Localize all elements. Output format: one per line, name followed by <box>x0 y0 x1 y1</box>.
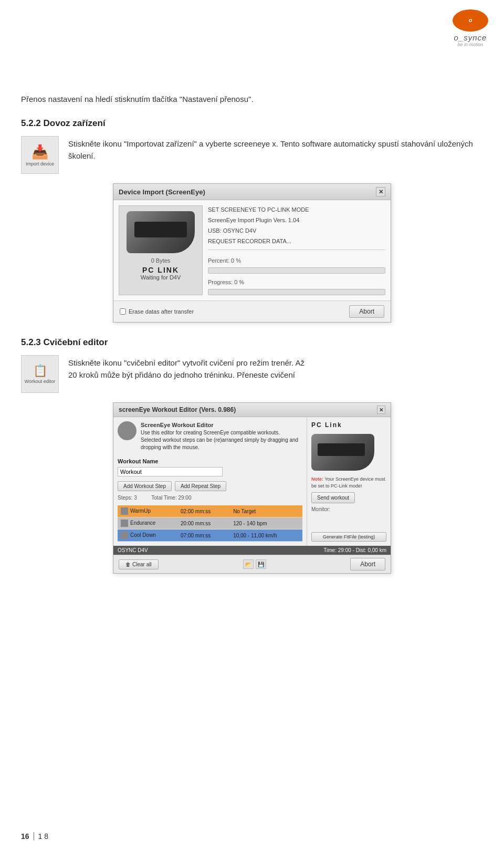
workout-editor-header-icon <box>118 421 136 440</box>
page-content: Přenos nastavení na hledí stisknutím tla… <box>0 53 504 589</box>
workout-left-panel: ScreenEye Workout Editor Use this editor… <box>113 417 307 546</box>
workout-header-info: ScreenEye Workout Editor Use this editor… <box>118 421 302 451</box>
percent-progress-bar <box>208 267 385 274</box>
header: o o_synce be in motion <box>0 0 504 53</box>
endurance-icon <box>121 520 128 527</box>
erase-checkbox-label[interactable]: Erase datas after transfer <box>120 308 194 315</box>
logo-brand: o_synce <box>454 33 487 42</box>
workout-btn-row: Add Workout Step Add Repeat Step <box>118 481 302 491</box>
workout-bottom-bar: OSYNC D4V Time: 29:00 - Dist: 0,00 km <box>113 546 391 555</box>
warmup-icon <box>121 507 128 515</box>
pclink-device-image <box>311 434 374 471</box>
info-line-2: USB: OSYNC D4V <box>208 226 385 235</box>
add-workout-step-button[interactable]: Add Workout Step <box>118 481 172 491</box>
monitor-label: Monitor: <box>311 506 386 512</box>
cooldown-icon <box>121 532 128 539</box>
pc-link-title: PC Link <box>311 421 386 429</box>
steps-info: Steps: 3 Total Time: 29:00 <box>118 495 302 501</box>
dialog-left-panel: 0 Bytes PC LINK Waiting for D4V <box>119 205 203 295</box>
section-523-text: Stiskněte ikonu "cvičební editor" vytvoř… <box>68 355 304 381</box>
info-line-3: REQUEST RECORDER DATA... <box>208 237 385 245</box>
table-row: Cool Down 07:00 mm:ss 10,00 - 11,00 km/h <box>118 530 302 542</box>
info-line-1: ScreenEye Import Plugin Vers. 1.04 <box>208 216 385 224</box>
logo-ellipse: o <box>453 9 488 32</box>
workout-editor-dialog: screenEye Workout Editor (Vers. 0.986) ✕… <box>113 402 391 574</box>
logo-area: o o_synce be in motion <box>453 9 488 47</box>
step-icon-cell: Cool Down <box>118 530 177 542</box>
workout-name-label: Workout Name <box>118 458 302 464</box>
workout-name-input[interactable] <box>118 467 223 476</box>
logo-sub: be in motion <box>457 42 483 47</box>
info-line-0: SET SCREENEYE TO PC-LINK MODE <box>208 205 385 214</box>
add-repeat-step-button[interactable]: Add Repeat Step <box>175 481 226 491</box>
workout-header-text: ScreenEye Workout Editor Use this editor… <box>141 421 302 451</box>
import-device-label: Import device <box>26 161 54 167</box>
section-522-row: 📥 Import device Stiskněte ikonu "Importo… <box>21 136 483 174</box>
workout-titlebar: screenEye Workout Editor (Vers. 0.986) ✕ <box>113 403 391 417</box>
workout-close-button[interactable]: ✕ <box>377 406 385 414</box>
logo-icon-text: o <box>469 17 472 24</box>
generate-fitfile-button[interactable]: Generate FitFile (testing) <box>311 532 386 542</box>
device-visor <box>134 222 187 237</box>
workout-editor-label: Workout editor <box>25 379 55 384</box>
progress-label: Progress: 0 % <box>208 279 385 285</box>
intro-text: Přenos nastavení na hledí stisknutím tla… <box>21 95 483 103</box>
clear-all-button[interactable]: 🗑 Clear all <box>119 559 159 569</box>
send-workout-button[interactable]: Send workout <box>311 492 355 503</box>
dialog-right-panel: SET SCREENEYE TO PC-LINK MODE ScreenEye … <box>208 205 385 295</box>
progress-bar <box>208 289 385 295</box>
section-523-heading: 5.2.3 Cvičební editor <box>21 337 483 348</box>
footer-icons: 📂 💾 <box>243 559 266 569</box>
workout-editor-icon: 📋 Workout editor <box>21 355 59 393</box>
step-icon-cell: Endurance <box>118 517 177 530</box>
dialog-title: Device Import (ScreenEye) <box>119 188 205 196</box>
device-mode-sub: Waiting for D4V <box>141 274 181 281</box>
dialog-footer: Erase datas after transfer Abort <box>113 300 391 322</box>
abort-button[interactable]: Abort <box>349 305 384 318</box>
workout-steps-table: WarmUp 02:00 mm:ss No Target Endurance 2… <box>118 505 302 542</box>
footer-icon-2[interactable]: 💾 <box>256 559 266 569</box>
device-image <box>127 211 195 253</box>
step-icon-cell: WarmUp <box>118 505 177 517</box>
percent-label: Percent: 0 % <box>208 257 385 264</box>
footer-icon-1[interactable]: 📂 <box>243 559 254 569</box>
pclink-note: Note: Your ScreenEye device must be set … <box>311 476 386 489</box>
workout-body: ScreenEye Workout Editor Use this editor… <box>113 417 391 546</box>
section-522-text: Stiskněte ikonu "Importovat zařízení" a … <box>68 136 483 162</box>
workout-title: screenEye Workout Editor (Vers. 0.986) <box>119 406 236 413</box>
workout-bottom-footer: 🗑 Clear all 📂 💾 Abort <box>113 555 391 573</box>
dialog-body: 0 Bytes PC LINK Waiting for D4V SET SCRE… <box>113 200 391 300</box>
table-row: Endurance 20:00 mm:ss 120 - 140 bpm <box>118 517 302 530</box>
table-row: WarmUp 02:00 mm:ss No Target <box>118 505 302 517</box>
workout-abort-button[interactable]: Abort <box>350 558 385 570</box>
device-import-dialog: Device Import (ScreenEye) ✕ 0 Bytes PC L… <box>113 183 391 323</box>
import-device-icon: 📥 Import device <box>21 136 59 174</box>
device-mode-title: PC LINK <box>142 266 179 274</box>
workout-right-panel: PC Link Note: Your ScreenEye device must… <box>307 417 391 546</box>
page-separator <box>34 832 34 840</box>
section-523-row: 📋 Workout editor Stiskněte ikonu "cvičeb… <box>21 355 483 393</box>
section-523: 5.2.3 Cvičební editor 📋 Workout editor S… <box>21 337 483 393</box>
erase-checkbox[interactable] <box>120 308 126 315</box>
page-number: 16 1 8 <box>21 832 48 840</box>
section-522-heading: 5.2.2 Dovoz zařízení <box>21 118 483 129</box>
pclink-visor <box>318 443 365 456</box>
dialog-titlebar: Device Import (ScreenEye) ✕ <box>113 184 391 200</box>
device-bytes: 0 Bytes <box>151 257 171 264</box>
dialog-close-button[interactable]: ✕ <box>376 187 385 196</box>
